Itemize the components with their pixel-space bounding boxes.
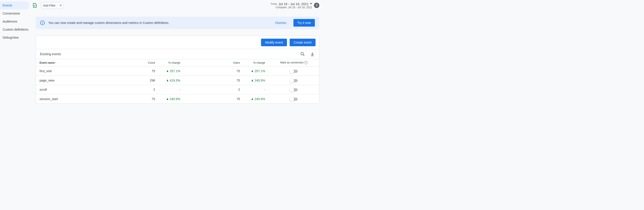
change-up: 240.9% bbox=[166, 97, 180, 101]
change-up: 240.9% bbox=[252, 97, 265, 101]
col-event-name[interactable]: Event name↑ bbox=[36, 59, 137, 66]
card-subheader: Existing events bbox=[36, 49, 319, 59]
create-event-button[interactable]: Create event bbox=[290, 39, 316, 46]
cell-users-change: 240.9% bbox=[244, 76, 269, 85]
cell-conversion-toggle bbox=[269, 94, 319, 104]
cell-event-name: first_visit bbox=[36, 66, 137, 76]
cell-users-change: 240.9% bbox=[244, 94, 269, 104]
today-label: Today bbox=[271, 2, 277, 5]
cell-conversion-toggle bbox=[269, 85, 319, 94]
sidebar-item-audiences[interactable]: Audiences bbox=[0, 18, 30, 26]
cell-users: 75 bbox=[222, 66, 244, 76]
plus-icon: + bbox=[60, 3, 62, 8]
change-up: 240.9% bbox=[252, 79, 265, 82]
banner-text: You can now create and manage custom dim… bbox=[48, 21, 169, 24]
topbar: Add Filter + Today Jul 19 - Jul 19, 2021… bbox=[31, 0, 322, 11]
conversion-toggle[interactable] bbox=[290, 79, 298, 82]
cell-users: 75 bbox=[222, 94, 244, 104]
add-filter-button[interactable]: Add Filter + bbox=[40, 2, 64, 9]
arrow-up-icon bbox=[252, 70, 253, 72]
events-card: Modify event Create event Existing event… bbox=[36, 36, 319, 104]
date-range-label: Jul 19 - Jul 19, 2021 bbox=[278, 2, 308, 6]
cell-count: 2 bbox=[137, 85, 159, 94]
cell-count: 75 bbox=[137, 66, 159, 76]
col-count-change[interactable]: % change bbox=[158, 59, 184, 66]
cell-count-change: 240.9% bbox=[158, 94, 184, 104]
sort-asc-icon: ↑ bbox=[55, 61, 56, 64]
cell-count-change: 419.3% bbox=[158, 76, 184, 85]
sidebar-item-events[interactable]: Events bbox=[0, 1, 30, 10]
change-up: 257.1% bbox=[166, 69, 180, 73]
caret-down-icon bbox=[310, 3, 312, 4]
try-it-now-button[interactable]: Try it now bbox=[294, 19, 315, 26]
sidebar-item-debugview[interactable]: DebugView bbox=[0, 34, 30, 42]
arrow-up-icon bbox=[166, 80, 168, 81]
sidebar: Events Conversions Audiences Custom defi… bbox=[0, 0, 30, 42]
conversion-toggle[interactable] bbox=[290, 98, 298, 101]
svg-line-1 bbox=[303, 55, 304, 56]
events-table: Event name↑ Count % change Users % chang… bbox=[36, 59, 319, 104]
search-icon[interactable] bbox=[300, 52, 305, 57]
arrow-up-icon bbox=[166, 98, 168, 100]
col-users-change[interactable]: % change bbox=[244, 59, 269, 66]
info-banner: i You can now create and manage custom d… bbox=[36, 16, 319, 29]
conversion-toggle[interactable] bbox=[290, 70, 298, 73]
date-picker[interactable]: Today Jul 19 - Jul 19, 2021 Compare: Jul… bbox=[271, 2, 312, 9]
compare-label: Compare: Jul 18 - Jul 18, 2021 bbox=[271, 6, 312, 9]
cell-conversion-toggle bbox=[269, 66, 319, 76]
conversion-toggle[interactable] bbox=[290, 88, 298, 91]
col-count[interactable]: Count bbox=[137, 59, 159, 66]
change-up: 257.1% bbox=[252, 69, 265, 73]
table-row[interactable]: session_start75240.9%75240.9% bbox=[36, 94, 319, 104]
sidebar-item-conversions[interactable]: Conversions bbox=[0, 10, 30, 18]
help-mini-icon[interactable]: ? bbox=[304, 61, 308, 64]
table-row[interactable]: page_view296419.3%75240.9% bbox=[36, 76, 319, 85]
modify-event-button[interactable]: Modify event bbox=[261, 39, 287, 46]
table-row[interactable]: first_visit75257.1%75257.1% bbox=[36, 66, 319, 76]
cell-count: 296 bbox=[137, 76, 159, 85]
table-row[interactable]: scroll2-2- bbox=[36, 85, 319, 94]
info-icon: i bbox=[40, 20, 45, 25]
arrow-up-icon bbox=[166, 70, 168, 72]
arrow-up-icon bbox=[252, 80, 253, 81]
card-section-title: Existing events bbox=[40, 52, 61, 56]
col-mark-conversion: Mark as conversion? bbox=[269, 59, 319, 66]
dismiss-button[interactable]: Dismiss bbox=[272, 19, 290, 26]
download-icon[interactable] bbox=[310, 52, 315, 57]
card-actions: Modify event Create event bbox=[36, 36, 319, 49]
cell-users: 2 bbox=[222, 85, 244, 94]
svg-point-0 bbox=[301, 52, 304, 55]
cell-users-change: - bbox=[244, 85, 269, 94]
cell-count-change: 257.1% bbox=[158, 66, 184, 76]
report-check-icon[interactable] bbox=[32, 3, 38, 8]
change-dash: - bbox=[179, 88, 180, 91]
add-filter-label: Add Filter bbox=[43, 4, 56, 7]
change-dash: - bbox=[264, 88, 265, 91]
help-icon[interactable]: ? bbox=[314, 3, 319, 8]
change-up: 419.3% bbox=[166, 79, 180, 82]
cell-event-name: session_start bbox=[36, 94, 137, 104]
cell-conversion-toggle bbox=[269, 76, 319, 85]
cell-users-change: 257.1% bbox=[244, 66, 269, 76]
cell-count-change: - bbox=[158, 85, 184, 94]
table-body: first_visit75257.1%75257.1%page_view2964… bbox=[36, 66, 319, 104]
col-users[interactable]: Users bbox=[222, 59, 244, 66]
cell-event-name: page_view bbox=[36, 76, 137, 85]
arrow-up-icon bbox=[252, 98, 253, 100]
cell-users: 75 bbox=[222, 76, 244, 85]
cell-event-name: scroll bbox=[36, 85, 137, 94]
sidebar-item-custom-definitions[interactable]: Custom definitions bbox=[0, 26, 30, 34]
cell-count: 75 bbox=[137, 94, 159, 104]
